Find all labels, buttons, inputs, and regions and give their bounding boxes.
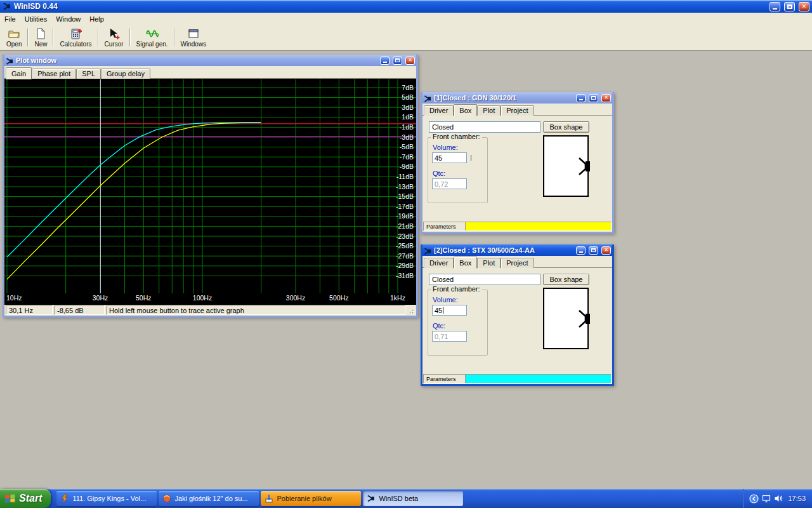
svg-text:-29dB: -29dB bbox=[396, 262, 414, 269]
new-document-icon bbox=[34, 27, 47, 40]
plot-maximize-button[interactable] bbox=[393, 57, 402, 65]
mdi-workspace: Plot window ✕ Gain Phase plot SPL Group … bbox=[0, 51, 812, 489]
plot-tabstrip: Gain Phase plot SPL Group delay bbox=[4, 66, 416, 79]
toolbar-label-calculators: Calculators bbox=[60, 41, 91, 48]
task-button-winisd[interactable]: WinISD beta bbox=[363, 491, 463, 506]
main-close-button[interactable]: ✕ bbox=[799, 2, 809, 11]
display-tray-icon[interactable] bbox=[762, 494, 771, 503]
taskbar: Start 111. Gipsy Kings - Vol... Jaki gło… bbox=[0, 489, 812, 508]
project-2-minimize-button[interactable] bbox=[576, 246, 586, 255]
toolbar-button-open[interactable]: Open bbox=[2, 25, 26, 50]
volume-tray-icon[interactable] bbox=[774, 494, 783, 503]
project-window-2: [2]Closed : STX 30/500/2x4-AA ✕ Driver B… bbox=[421, 244, 614, 386]
svg-text:5dB: 5dB bbox=[402, 93, 414, 101]
project-1-front-chamber-group: Front chamber: Volume: 45 Qtc: 0,72 bbox=[428, 137, 488, 203]
svg-text:-7dB: -7dB bbox=[400, 153, 414, 161]
plot-close-button[interactable]: ✕ bbox=[405, 57, 415, 65]
svg-text:-11dB: -11dB bbox=[396, 173, 414, 180]
project-1-paramstrip: Parameters bbox=[423, 222, 612, 231]
svg-text:-17dB: -17dB bbox=[396, 203, 414, 210]
project-1-maximize-button[interactable] bbox=[589, 94, 598, 102]
windows-logo-icon bbox=[4, 493, 16, 504]
system-tray: 17:53 bbox=[743, 489, 812, 508]
toolbar-button-calculators[interactable]: Calculators bbox=[55, 25, 96, 50]
toolbar-separator bbox=[174, 29, 175, 46]
project-1-close-button[interactable]: ✕ bbox=[601, 94, 611, 102]
status-hint: Hold left mouse button to trace active g… bbox=[106, 305, 405, 315]
project-1-box-diagram bbox=[543, 135, 589, 197]
project-2-volume-input[interactable]: 45 bbox=[432, 305, 467, 316]
status-cursor-level: -8,65 dB bbox=[54, 305, 105, 315]
hide-icons-chevron-icon[interactable] bbox=[749, 494, 759, 504]
svg-text:-27dB: -27dB bbox=[396, 252, 414, 260]
svg-text:30Hz: 30Hz bbox=[93, 294, 108, 302]
winisd-icon bbox=[367, 494, 376, 503]
taskbar-tasks: 111. Gipsy Kings - Vol... Jaki głośnik 1… bbox=[56, 491, 463, 506]
project-1-tab-box[interactable]: Box bbox=[454, 104, 477, 116]
project-1-tab-driver[interactable]: Driver bbox=[424, 105, 454, 116]
menu-item-utilities[interactable]: Utilities bbox=[20, 13, 51, 25]
tab-group-delay[interactable]: Group delay bbox=[101, 69, 150, 79]
start-button[interactable]: Start bbox=[0, 489, 51, 508]
project-2-parameters-bar bbox=[466, 375, 611, 383]
main-titlebar: WinISD 0.44 ✕ bbox=[0, 0, 812, 13]
menu-item-file[interactable]: File bbox=[0, 13, 20, 25]
project-1-tabstrip: Driver Box Plot Project bbox=[422, 104, 612, 116]
toolbar-button-signal-gen[interactable]: Signal gen. bbox=[132, 25, 173, 50]
task-button-browser[interactable]: Jaki głośnik 12" do su... bbox=[159, 491, 259, 506]
svg-text:-25dB: -25dB bbox=[396, 242, 414, 250]
project-2-tab-driver[interactable]: Driver bbox=[424, 258, 454, 268]
tab-gain[interactable]: Gain bbox=[6, 67, 32, 79]
plot-minimize-button[interactable] bbox=[380, 57, 390, 65]
signal-generator-icon bbox=[146, 27, 159, 40]
project-1-tab-project[interactable]: Project bbox=[501, 105, 534, 116]
tab-spl[interactable]: SPL bbox=[76, 69, 101, 79]
project-2-window-icon bbox=[424, 246, 432, 255]
project-2-box-tab-content: Closed Box shape Front chamber: Volume: … bbox=[422, 268, 612, 374]
project-1-volume-input[interactable]: 45 bbox=[432, 152, 467, 163]
toolbar-separator bbox=[53, 29, 54, 46]
project-2-box-shape-button[interactable]: Box shape bbox=[543, 274, 589, 285]
toolbar-button-new[interactable]: New bbox=[30, 25, 51, 50]
svg-text:500Hz: 500Hz bbox=[329, 294, 348, 302]
project-1-titlebar: [1]Closed : GDN 30/120/1 ✕ bbox=[422, 92, 612, 104]
project-2-maximize-button[interactable] bbox=[589, 246, 598, 255]
menu-item-help[interactable]: Help bbox=[85, 13, 108, 25]
project-2-parameters-label[interactable]: Parameters bbox=[424, 375, 466, 383]
tab-phase-plot[interactable]: Phase plot bbox=[32, 69, 76, 79]
project-2-front-chamber-label: Front chamber: bbox=[431, 285, 482, 293]
task-button-downloads[interactable]: Pobieranie plików bbox=[261, 491, 361, 506]
project-2-qtc-input[interactable]: 0,71 bbox=[432, 331, 467, 342]
task-label: Pobieranie plików bbox=[277, 495, 331, 502]
project-1-minimize-button[interactable] bbox=[576, 94, 586, 102]
project-2-close-button[interactable]: ✕ bbox=[601, 246, 611, 255]
project-window-1: [1]Closed : GDN 30/120/1 ✕ Driver Box Pl… bbox=[421, 92, 614, 234]
toolbar-label-open: Open bbox=[6, 41, 22, 48]
project-1-qtc-label: Qtc: bbox=[433, 170, 445, 177]
plot-window: Plot window ✕ Gain Phase plot SPL Group … bbox=[3, 55, 418, 318]
main-minimize-button[interactable] bbox=[769, 2, 780, 11]
project-1-tab-plot[interactable]: Plot bbox=[477, 105, 501, 116]
main-maximize-button[interactable] bbox=[784, 2, 795, 11]
svg-text:3dB: 3dB bbox=[402, 104, 414, 111]
toolbar-button-windows[interactable]: Windows bbox=[176, 25, 211, 50]
gain-chart-area[interactable]: 7dB5dB3dB1dB-1dB-3dB-5dB-7dB-9dB-11dB-13… bbox=[4, 79, 416, 305]
menu-item-window[interactable]: Window bbox=[51, 13, 85, 25]
toolbar-label-windows: Windows bbox=[181, 41, 207, 48]
toolbar-button-cursor[interactable]: Cursor bbox=[100, 25, 128, 50]
media-player-icon bbox=[60, 494, 69, 503]
taskbar-clock: 17:53 bbox=[788, 495, 806, 502]
project-2-tab-box[interactable]: Box bbox=[454, 257, 477, 269]
plot-window-icon bbox=[6, 57, 14, 65]
project-2-box-type-field[interactable]: Closed bbox=[429, 274, 540, 285]
resize-grip[interactable] bbox=[407, 307, 415, 315]
project-2-qtc-label: Qtc: bbox=[433, 322, 445, 330]
project-1-box-shape-button[interactable]: Box shape bbox=[543, 121, 589, 133]
project-1-parameters-label[interactable]: Parameters bbox=[424, 222, 466, 231]
project-1-box-type-field[interactable]: Closed bbox=[429, 121, 540, 133]
task-button-gipsy-kings[interactable]: 111. Gipsy Kings - Vol... bbox=[56, 491, 157, 506]
project-2-box-diagram bbox=[543, 288, 589, 349]
project-2-tab-project[interactable]: Project bbox=[501, 258, 534, 268]
project-2-tab-plot[interactable]: Plot bbox=[477, 258, 501, 268]
project-1-qtc-input[interactable]: 0,72 bbox=[432, 178, 467, 189]
